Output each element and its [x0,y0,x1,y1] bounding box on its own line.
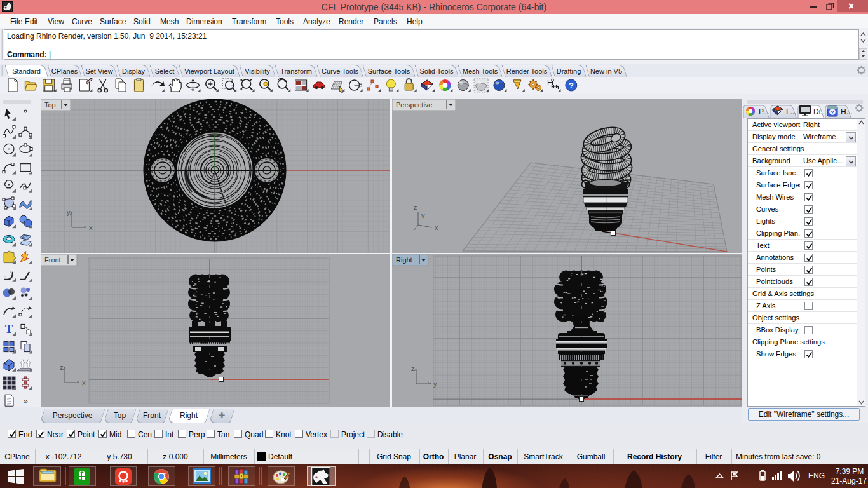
svg-text:Perspective: Perspective [396,101,432,109]
svg-text:Front: Front [44,256,61,264]
svg-text:z: z [411,365,415,372]
svg-text:x: x [89,224,93,231]
svg-text:x: x [435,224,438,231]
svg-text:?: ? [569,81,574,90]
svg-text:y: y [421,212,425,219]
svg-text:Top: Top [44,101,56,109]
svg-text:z: z [60,363,64,371]
svg-text:z: z [414,203,417,211]
svg-text:H...: H... [841,107,853,116]
svg-text:L...: L... [786,107,797,116]
svg-text:P...: P... [759,107,769,116]
svg-text:?: ? [831,109,834,116]
svg-text:x: x [82,379,86,386]
svg-text:y: y [433,380,437,388]
svg-text:Di...: Di... [813,107,827,116]
svg-text:T: T [5,322,13,336]
svg-text:Right: Right [396,256,412,264]
svg-text:y: y [67,208,71,216]
svg-text:»: » [23,396,27,405]
